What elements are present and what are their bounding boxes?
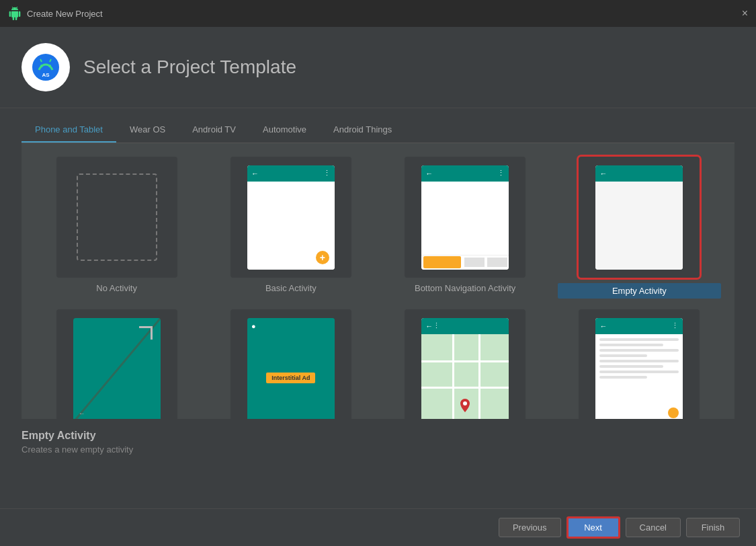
back-icon-6: ←: [599, 322, 607, 330]
maps-toolbar: ← ⋮: [421, 318, 509, 334]
template-grid: No Activity ← ⋮ + Basic Activity: [35, 157, 721, 419]
template-thumb-interstitial: ● Interstitial Ad: [230, 309, 351, 419]
back-icon-4: ←: [79, 410, 85, 417]
next-button[interactable]: Next: [566, 516, 620, 539]
fullscreen-phone-mock: ←: [73, 318, 161, 420]
template-bottom-nav[interactable]: ← ⋮ Bottom Navigation Activity: [384, 157, 547, 299]
interstitial-body: Interstitial Ad: [247, 334, 335, 420]
template-thumb-maps: ← ⋮: [405, 309, 526, 419]
tab-android-things[interactable]: Android Things: [320, 119, 405, 143]
nav-spacer-1: [464, 258, 485, 267]
description-title: Empty Activity: [22, 430, 734, 442]
scroll-line-2: [599, 344, 663, 346]
basic-activity-toolbar: ← ⋮: [247, 165, 335, 182]
tab-android-tv[interactable]: Android TV: [179, 119, 249, 143]
template-no-activity[interactable]: No Activity: [35, 157, 198, 299]
bottom-nav-body: [421, 182, 509, 255]
content-area: Phone and Tablet Wear OS Android TV Auto…: [0, 108, 756, 143]
scroll-line-4: [599, 354, 647, 357]
bottom-nav-phone-mock: ← ⋮: [421, 165, 509, 270]
fab-button: +: [316, 251, 329, 264]
no-activity-dashed-box: [77, 173, 157, 261]
scrolling-phone-mock: ← ⋮: [595, 318, 683, 420]
android-studio-icon: AS: [30, 51, 62, 83]
empty-activity-phone-mock: ←: [595, 165, 683, 270]
bottom-nav-toolbar: ← ⋮: [421, 165, 509, 182]
bottom-nav-bar: [421, 255, 509, 270]
tabs-bar: Phone and Tablet Wear OS Android TV Auto…: [22, 108, 734, 143]
title-bar: Create New Project ×: [0, 0, 756, 27]
interstitial-ad-label: Interstitial Ad: [266, 373, 315, 383]
template-basic-activity[interactable]: ← ⋮ + Basic Activity: [209, 157, 372, 299]
nav-spacer-2: [487, 258, 507, 267]
back-icon: ←: [251, 169, 259, 178]
template-fullscreen[interactable]: ← Fullscreen Activity: [35, 309, 198, 419]
page-title: Select a Project Template: [83, 56, 296, 78]
maps-body: [421, 334, 509, 420]
template-label-basic-activity: Basic Activity: [265, 283, 317, 293]
template-google-maps[interactable]: ← ⋮: [384, 309, 547, 419]
corner-bracket-icon: [139, 326, 153, 340]
template-empty-activity[interactable]: ← Empty Activity: [558, 157, 721, 299]
template-label-empty-activity: Empty Activity: [558, 283, 721, 299]
dot-icon: ●: [251, 322, 256, 330]
template-scrolling[interactable]: ← ⋮ Scrolling Acti: [558, 309, 721, 419]
map-road-h1: [421, 360, 509, 362]
back-icon-2: ←: [425, 169, 433, 178]
svg-point-1: [40, 65, 43, 67]
close-button[interactable]: ×: [742, 7, 748, 20]
tab-wear-os[interactable]: Wear OS: [116, 119, 179, 143]
title-bar-title: Create New Project: [27, 9, 103, 19]
template-grid-container[interactable]: No Activity ← ⋮ + Basic Activity: [22, 143, 734, 419]
template-label-bottom-nav: Bottom Navigation Activity: [415, 283, 515, 293]
scroll-line-8: [599, 376, 647, 379]
android-studio-logo: AS: [22, 43, 70, 91]
map-road-h2: [421, 387, 509, 389]
tab-automotive[interactable]: Automotive: [249, 119, 320, 143]
svg-point-5: [463, 401, 467, 405]
more-icon-2: ⋮: [497, 169, 505, 178]
interstitial-toolbar: ●: [247, 318, 335, 334]
template-label-no-activity: No Activity: [96, 283, 137, 293]
title-bar-left: Create New Project: [8, 7, 103, 20]
more-icon-3: ⋮: [433, 321, 440, 330]
header-section: AS Select a Project Template: [0, 27, 756, 108]
description-area: Empty Activity Creates a new empty activ…: [0, 419, 756, 463]
basic-activity-phone-mock: ← ⋮ +: [247, 165, 335, 270]
description-text: Creates a new empty activity: [22, 444, 734, 455]
scroll-line-7: [599, 370, 679, 373]
template-thumb-bottom-nav: ← ⋮: [405, 157, 526, 278]
empty-activity-body: [595, 182, 683, 270]
scroll-line-6: [599, 365, 663, 368]
finish-button[interactable]: Finish: [686, 518, 740, 537]
maps-phone-mock: ← ⋮: [421, 318, 509, 420]
template-thumb-scrolling: ← ⋮: [579, 309, 700, 419]
map-road-v2: [478, 334, 480, 420]
empty-activity-toolbar: ←: [595, 165, 683, 182]
scrolling-body: [595, 334, 683, 420]
scroll-line-3: [599, 349, 679, 352]
svg-text:AS: AS: [42, 72, 50, 78]
scrolling-fab: [668, 407, 679, 418]
template-thumb-fullscreen: ←: [56, 309, 177, 419]
scroll-line-5: [599, 360, 679, 362]
template-thumb-empty-activity: ←: [579, 157, 700, 278]
interstitial-phone-mock: ● Interstitial Ad: [247, 318, 335, 420]
map-pin-svg: [460, 399, 470, 412]
previous-button[interactable]: Previous: [499, 518, 561, 537]
template-thumb-no-activity: [56, 157, 177, 278]
scrolling-toolbar: ← ⋮: [595, 318, 683, 334]
scroll-line-1: [599, 338, 679, 341]
map-road-v1: [452, 334, 454, 420]
svg-point-2: [48, 65, 51, 67]
template-thumb-basic-activity: ← ⋮ +: [230, 157, 351, 278]
more-icon-4: ⋮: [671, 321, 679, 330]
back-icon-5: ←: [425, 322, 433, 330]
android-title-icon: [8, 7, 22, 20]
back-icon-3: ←: [599, 169, 607, 178]
nav-bar-yellow: [423, 256, 461, 268]
cancel-button[interactable]: Cancel: [626, 518, 681, 537]
template-interstitial-ad[interactable]: ● Interstitial Ad Interstitial Ad: [209, 309, 372, 419]
bottom-bar: Previous Next Cancel Finish: [0, 508, 756, 546]
tab-phone-tablet[interactable]: Phone and Tablet: [22, 119, 116, 143]
